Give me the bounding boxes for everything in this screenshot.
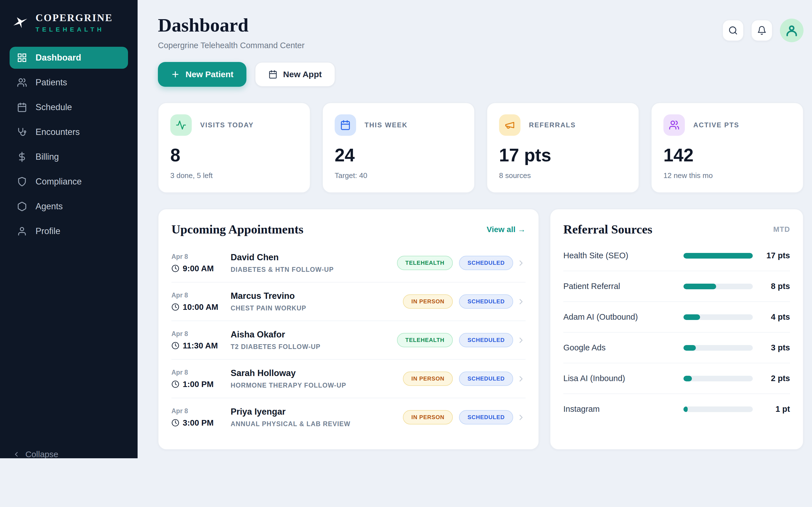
referral-points: 4 pts [753, 313, 790, 322]
referral-bar-track [683, 314, 753, 320]
stethoscope-icon [17, 127, 27, 137]
stat-label: THIS WEEK [364, 121, 408, 129]
stat-value: 24 [335, 145, 462, 166]
appointment-time: 9:00 AM [183, 264, 214, 273]
users-icon [17, 77, 27, 88]
referral-source-row: Health Site (SEO) 17 pts [563, 240, 790, 271]
appointment-date: Apr 8 [171, 369, 231, 376]
falcon-logo-icon [11, 15, 29, 31]
sidebar-item-encounters[interactable]: Encounters [10, 121, 128, 143]
referral-source-row: Patient Referral 8 pts [563, 271, 790, 302]
sidebar-item-dashboard[interactable]: Dashboard [10, 47, 128, 69]
stat-sub: 3 done, 5 left [170, 171, 298, 180]
hexagon-icon [17, 202, 27, 212]
appointment-reason: ANNUAL PHYSICAL & LAB REVIEW [231, 420, 403, 428]
appointment-row[interactable]: Apr 8 11:30 AM Aisha Okafor T2 DIABETES … [171, 321, 525, 359]
patient-name: Sarah Holloway [231, 368, 403, 378]
patient-name: Aisha Okafor [231, 330, 397, 340]
sidebar-item-label: Profile [36, 226, 60, 236]
referral-points: 3 pts [753, 343, 790, 352]
stat-value: 8 [170, 145, 298, 166]
main-content: Dashboard Copergrine Telehealth Command … [138, 0, 812, 458]
sidebar-item-profile[interactable]: Profile [10, 220, 128, 242]
stat-value: 142 [663, 145, 791, 166]
clock-icon [171, 303, 179, 311]
referral-sources-panel: Referral Sources MTD Health Site (SEO) 1… [550, 209, 804, 450]
stat-label: ACTIVE PTS [693, 121, 739, 129]
chevron-right-icon[interactable] [513, 297, 525, 306]
chevron-right-icon[interactable] [513, 259, 525, 268]
sidebar-item-compliance[interactable]: Compliance [10, 171, 128, 193]
search-button[interactable] [722, 20, 744, 41]
sidebar-item-billing[interactable]: Billing [10, 146, 128, 168]
calendar-icon [17, 102, 27, 112]
activity-icon [175, 120, 186, 130]
sidebar-item-label: Billing [36, 152, 59, 162]
stat-sub: 12 new this mo [663, 171, 791, 180]
app-window: COPERGRINE TELEHEALTH Dashboard Patients… [0, 0, 812, 458]
view-all-link[interactable]: View all → [487, 225, 525, 234]
referral-source-label: Lisa AI (Inbound) [563, 374, 683, 383]
sidebar-item-patients[interactable]: Patients [10, 71, 128, 94]
stat-card-visits-today: VISITS TODAY 8 3 done, 5 left [158, 103, 310, 193]
collapse-sidebar-button[interactable]: Collapse [10, 445, 128, 458]
megaphone-icon [504, 120, 515, 130]
new-patient-button[interactable]: New Patient [158, 62, 246, 87]
status-badge: SCHEDULED [459, 294, 513, 309]
sidebar-item-label: Encounters [36, 127, 80, 137]
referral-bar-track [683, 253, 753, 259]
referral-points: 2 pts [753, 374, 790, 383]
user-avatar[interactable] [780, 18, 804, 42]
stat-sub: Target: 40 [335, 171, 462, 180]
new-appt-label: New Appt [283, 69, 322, 79]
clock-icon [171, 380, 179, 388]
referral-sources-list: Health Site (SEO) 17 pts Patient Referra… [563, 240, 790, 424]
sidebar-item-label: Compliance [36, 177, 82, 187]
visit-type-badge: IN PERSON [403, 372, 453, 386]
visit-type-badge: IN PERSON [403, 410, 453, 425]
clock-icon [171, 342, 179, 349]
notifications-button[interactable] [751, 20, 772, 41]
chevron-right-icon[interactable] [513, 413, 525, 422]
appointment-date: Apr 8 [171, 291, 231, 299]
appointment-time: 1:00 PM [183, 380, 214, 389]
sidebar-item-label: Patients [36, 77, 67, 88]
appointments-title: Upcoming Appointments [171, 222, 303, 237]
chevron-right-icon[interactable] [513, 374, 525, 383]
appointment-date: Apr 8 [171, 253, 231, 261]
referral-bar-track [683, 284, 753, 289]
sidebar-item-schedule[interactable]: Schedule [10, 96, 128, 118]
brand-logo: COPERGRINE TELEHEALTH [10, 12, 128, 33]
stat-card-active-patients: ACTIVE PTS 142 12 new this mo [651, 103, 804, 193]
stat-cards: VISITS TODAY 8 3 done, 5 left THIS WEEK … [158, 103, 804, 193]
stat-card-this-week: THIS WEEK 24 Target: 40 [322, 103, 475, 193]
search-icon [728, 25, 738, 35]
appointment-reason: HORMONE THERAPY FOLLOW-UP [231, 382, 403, 389]
appointment-date: Apr 8 [171, 407, 231, 415]
chevron-right-icon[interactable] [513, 336, 525, 345]
collapse-label: Collapse [26, 450, 58, 458]
referral-bar-fill [683, 376, 692, 381]
appointment-row[interactable]: Apr 8 9:00 AM David Chen DIABETES & HTN … [171, 244, 525, 282]
referral-source-label: Adam AI (Outbound) [563, 313, 683, 322]
calendar-icon [340, 120, 351, 130]
bell-icon [757, 25, 767, 35]
appointment-reason: CHEST PAIN WORKUP [231, 304, 403, 312]
referral-bar-fill [683, 345, 696, 351]
referral-points: 1 pt [753, 404, 790, 414]
chevron-left-icon [12, 450, 20, 458]
clock-icon [171, 419, 179, 427]
status-badge: SCHEDULED [459, 256, 513, 270]
new-appt-button[interactable]: New Appt [255, 62, 335, 87]
appointment-row[interactable]: Apr 8 1:00 PM Sarah Holloway HORMONE THE… [171, 359, 525, 398]
sidebar-item-label: Dashboard [36, 53, 81, 63]
sidebar-item-agents[interactable]: Agents [10, 195, 128, 217]
patient-name: Marcus Trevino [231, 291, 403, 301]
appointment-date: Apr 8 [171, 330, 231, 338]
referral-points: 8 pts [753, 282, 790, 291]
referral-source-label: Instagram [563, 404, 683, 414]
page-subtitle: Copergrine Telehealth Command Center [158, 41, 305, 50]
appointment-row[interactable]: Apr 8 10:00 AM Marcus Trevino CHEST PAIN… [171, 282, 525, 321]
referral-source-row: Google Ads 3 pts [563, 333, 790, 363]
appointment-row[interactable]: Apr 8 3:00 PM Priya Iyengar ANNUAL PHYSI… [171, 398, 525, 436]
